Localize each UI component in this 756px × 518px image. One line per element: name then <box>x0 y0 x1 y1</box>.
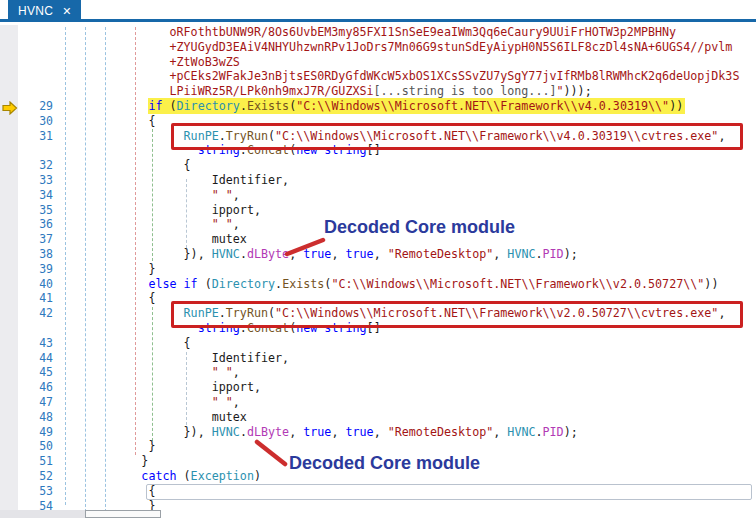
annotation-box-net4 <box>171 123 743 150</box>
line-number: 47 <box>0 395 58 410</box>
line-number: 51 <box>0 454 58 469</box>
code-text: catch (Exception) <box>58 469 261 483</box>
code-text: { <box>58 114 155 128</box>
code-text: " ", <box>58 365 240 379</box>
code-text: } <box>58 439 155 453</box>
line-number: 40 <box>0 277 58 292</box>
code-line-wrap[interactable]: +pCEks2WFakJe3nBjtsES0RDyGfdWKcW5xbOS1XC… <box>0 69 756 84</box>
code-line-44[interactable]: 44 Identifier, <box>0 351 756 366</box>
horizontal-scrollbar[interactable] <box>0 510 756 518</box>
code-line-38[interactable]: 38 }), HVNC.dLByte, true, true, "RemoteD… <box>0 247 756 262</box>
code-text: }), HVNC.dLByte, true, true, "RemoteDesk… <box>58 425 578 439</box>
code-text: { <box>58 484 155 498</box>
code-line-35[interactable]: 35 ipport, <box>0 203 756 218</box>
code-text: " ", <box>58 395 240 409</box>
code-lines: oRFothtbUNW9R/8Os6UvbEM3my85FXI1SnSeE9ea… <box>0 25 756 518</box>
callout-label-2: Decoded Core module <box>289 453 480 474</box>
code-text: if (Directory.Exists("C:\\Windows\\Micro… <box>58 99 685 113</box>
line-number: 38 <box>0 247 58 262</box>
line-number: 41 <box>0 291 58 306</box>
scrollbar-corner <box>0 510 85 518</box>
line-number: 31 <box>0 129 58 144</box>
line-number: 45 <box>0 365 58 380</box>
code-text: }), HVNC.dLByte, true, true, "RemoteDesk… <box>58 247 578 261</box>
code-text: ipport, <box>58 203 261 217</box>
code-text: Identifier, <box>58 173 289 187</box>
decompiler-window: HVNC ✕ oRFothtbUNW9R/8Os6UvbEM3my85FXI1S… <box>0 0 756 518</box>
line-number: 32 <box>0 158 58 173</box>
line-number: 36 <box>0 217 58 232</box>
code-text: Identifier, <box>58 351 289 365</box>
line-number: 49 <box>0 425 58 440</box>
code-text: { <box>58 158 191 172</box>
annotation-box-net2 <box>171 301 743 328</box>
tab-bar: HVNC ✕ <box>0 0 756 22</box>
code-line-39[interactable]: 39 } <box>0 262 756 277</box>
line-number: 39 <box>0 262 58 277</box>
code-text: oRFothtbUNW9R/8Os6UvbEM3my85FXI1SnSeE9ea… <box>58 25 676 39</box>
code-line-47[interactable]: 47 " ", <box>0 395 756 410</box>
line-number: 52 <box>0 469 58 484</box>
code-line-32[interactable]: 32 { <box>0 158 756 173</box>
code-line-48[interactable]: 48 mutex <box>0 410 756 425</box>
line-number: 33 <box>0 173 58 188</box>
code-text: else if (Directory.Exists("C:\\Windows\\… <box>58 277 718 291</box>
line-number: 37 <box>0 232 58 247</box>
code-text: { <box>58 291 155 305</box>
line-number: 42 <box>0 306 58 321</box>
code-line-wrap[interactable]: oRFothtbUNW9R/8Os6UvbEM3my85FXI1SnSeE9ea… <box>0 25 756 40</box>
code-text: mutex <box>58 410 247 424</box>
code-line-29[interactable]: 29 if (Directory.Exists("C:\\Windows\\Mi… <box>0 99 756 114</box>
code-text: " ", <box>58 217 240 231</box>
execution-pointer-icon <box>2 101 18 115</box>
callout-label-1: Decoded Core module <box>324 217 515 238</box>
code-text: LPiiWRz5R/LPk0nh9mxJ7R/GUZXSi[...string … <box>58 84 592 98</box>
line-number: 44 <box>0 351 58 366</box>
tab-hvnc[interactable]: HVNC ✕ <box>8 0 81 22</box>
code-text: } <box>58 262 155 276</box>
line-number: 50 <box>0 439 58 454</box>
code-text: " ", <box>58 188 240 202</box>
code-editor[interactable]: oRFothtbUNW9R/8Os6UvbEM3my85FXI1SnSeE9ea… <box>0 25 756 518</box>
code-line-34[interactable]: 34 " ", <box>0 188 756 203</box>
tab-close-icon[interactable]: ✕ <box>62 6 71 17</box>
code-text: mutex <box>58 232 247 246</box>
line-number: 34 <box>0 188 58 203</box>
code-line-wrap[interactable]: +ZYUGydD3EAiV4NHYUhzwnRPv1JoDrs7Mn06G9st… <box>0 40 756 55</box>
code-text: ipport, <box>58 380 261 394</box>
code-line-wrap[interactable]: LPiiWRz5R/LPk0nh9mxJ7R/GUZXSi[...string … <box>0 84 756 99</box>
code-line-wrap[interactable]: +ZtWoB3wZS <box>0 55 756 70</box>
code-line-43[interactable]: 43 { <box>0 336 756 351</box>
code-line-40[interactable]: 40 else if (Directory.Exists("C:\\Window… <box>0 277 756 292</box>
code-line-33[interactable]: 33 Identifier, <box>0 173 756 188</box>
tab-title: HVNC <box>18 4 53 18</box>
line-number: 35 <box>0 203 58 218</box>
scrollbar-thumb[interactable] <box>85 510 161 518</box>
code-line-46[interactable]: 46 ipport, <box>0 380 756 395</box>
line-number: 43 <box>0 336 58 351</box>
code-line-49[interactable]: 49 }), HVNC.dLByte, true, true, "RemoteD… <box>0 425 756 440</box>
line-number: 48 <box>0 410 58 425</box>
line-number: 53 <box>0 484 58 499</box>
code-text: +pCEks2WFakJe3nBjtsES0RDyGfdWKcW5xbOS1XC… <box>58 69 739 83</box>
code-line-50[interactable]: 50 } <box>0 439 756 454</box>
code-text: { <box>58 336 191 350</box>
current-statement-highlight: if (Directory.Exists("C:\\Windows\\Micro… <box>148 98 685 114</box>
code-text: } <box>58 454 148 468</box>
code-text: +ZYUGydD3EAiV4NHYUhzwnRPv1JoDrs7Mn06G9st… <box>58 40 732 54</box>
caret-line-outline <box>146 484 752 500</box>
code-line-45[interactable]: 45 " ", <box>0 365 756 380</box>
code-text: +ZtWoB3wZS <box>58 55 240 69</box>
line-number: 46 <box>0 380 58 395</box>
line-number: 30 <box>0 114 58 129</box>
